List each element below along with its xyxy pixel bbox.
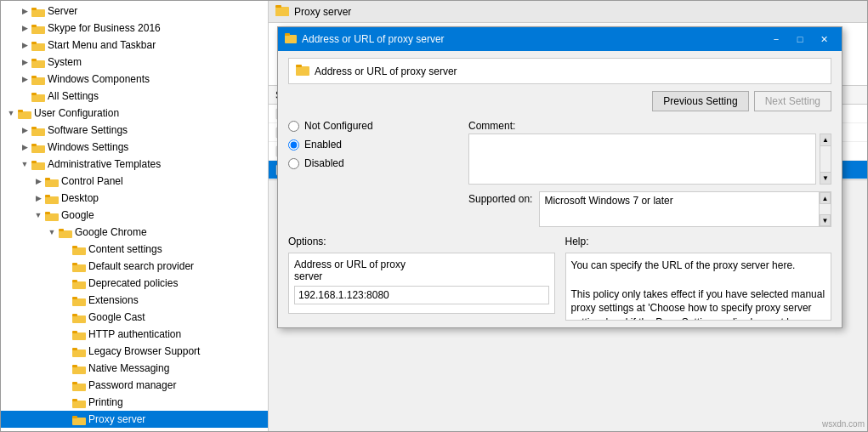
svg-rect-23: [45, 195, 50, 197]
tree-item-label: Windows Settings: [48, 141, 128, 153]
svg-rect-74: [285, 33, 290, 36]
folder-icon: [31, 73, 45, 85]
supported-scroll-track: [820, 204, 831, 214]
chevron-icon: ▶: [18, 21, 31, 35]
modal-subtitle-icon: [296, 64, 309, 78]
radio-disabled-input[interactable]: [288, 158, 299, 169]
comment-scroll-down[interactable]: ▼: [820, 172, 831, 184]
tree-item-allsettings[interactable]: All Settings: [1, 88, 268, 105]
svg-rect-75: [296, 66, 309, 76]
radio-not-configured[interactable]: Not Configured: [288, 120, 458, 132]
close-button[interactable]: ✕: [813, 30, 835, 48]
next-setting-button[interactable]: Next Setting: [754, 91, 831, 111]
tree-item-label: Legacy Browser Support: [88, 345, 200, 357]
tree-item-label: Start Menu and Taskbar: [48, 39, 156, 51]
comment-scroll-up[interactable]: ▲: [820, 134, 831, 146]
tree-item-desktop[interactable]: ▶ Desktop: [1, 190, 268, 207]
svg-rect-5: [31, 42, 37, 44]
chevron-icon: [59, 327, 72, 341]
folder-icon: [31, 5, 45, 17]
tree-item-startmenu[interactable]: ▶ Start Menu and Taskbar: [1, 37, 268, 54]
tree-item-proxyserver[interactable]: Proxy server: [1, 411, 268, 428]
tree-item-admtemplates[interactable]: ▼ Administrative Templates: [1, 156, 268, 173]
radio-enabled[interactable]: Enabled: [288, 139, 458, 151]
options-row: Address or URL of proxy server: [294, 259, 549, 282]
chevron-icon: [59, 344, 72, 358]
folder-icon: [59, 226, 72, 238]
folder-icon: [72, 243, 86, 255]
tree-item-skype[interactable]: ▶ Skype for Business 2016: [1, 20, 268, 37]
tree-item-system[interactable]: ▶ System: [1, 54, 268, 71]
folder-icon: [72, 328, 86, 340]
svg-rect-1: [31, 8, 37, 10]
tree-item-contentsettings[interactable]: Content settings: [1, 241, 268, 258]
svg-rect-26: [59, 230, 72, 238]
tree-item-softwaresettings[interactable]: ▶ Software Settings: [1, 122, 268, 139]
tree-item-googlecast[interactable]: Google Cast: [1, 309, 268, 326]
chevron-icon: ▶: [18, 140, 31, 154]
tree-panel: ▶ Server▶ Skype for Business 2016▶ Start…: [1, 1, 269, 431]
svg-rect-13: [18, 110, 23, 112]
svg-rect-46: [72, 401, 86, 408]
minimize-button[interactable]: −: [765, 30, 787, 48]
tree-item-extensions[interactable]: Extensions: [1, 292, 268, 309]
chevron-icon: [59, 361, 72, 375]
radio-not-configured-input[interactable]: [288, 121, 299, 132]
supported-scroll-up[interactable]: ▲: [820, 192, 831, 204]
tree-item-controlpanel[interactable]: ▶ Control Panel: [1, 173, 268, 190]
tree-item-googlechrome[interactable]: ▼ Google Chrome: [1, 224, 268, 241]
tree-item-nativemessaging[interactable]: Native Messaging: [1, 360, 268, 377]
previous-setting-button[interactable]: Previous Setting: [652, 91, 748, 111]
tree-item-remoteaccess[interactable]: Remote access: [1, 428, 268, 431]
chevron-icon: [59, 242, 72, 256]
comment-section: Comment: ▲ ▼: [468, 120, 831, 185]
svg-rect-55: [275, 9, 289, 16]
folder-icon: [72, 430, 86, 431]
svg-rect-44: [72, 384, 86, 391]
modal-subtitle-text: Address or URL of proxy server: [315, 65, 457, 77]
options-title: Options:: [288, 236, 555, 247]
tree-item-label: Extensions: [88, 294, 139, 306]
folder-icon: [72, 413, 86, 425]
tree-item-label: Administrative Templates: [48, 158, 161, 170]
radio-disabled[interactable]: Disabled: [288, 157, 458, 169]
tree-item-label: Control Panel: [61, 175, 123, 187]
comment-textarea[interactable]: [468, 134, 816, 185]
tree-item-wincomponents[interactable]: ▶ Windows Components: [1, 71, 268, 88]
tree-item-windowssettings[interactable]: ▶ Windows Settings: [1, 139, 268, 156]
tree-item-deprecated[interactable]: Deprecated policies: [1, 275, 268, 292]
radio-enabled-input[interactable]: [288, 139, 299, 151]
tree-item-legacybrowser[interactable]: Legacy Browser Support: [1, 343, 268, 360]
svg-rect-20: [45, 179, 59, 187]
help-panel: Help: You can specify the URL of the pro…: [565, 236, 832, 321]
tree-item-label: All Settings: [48, 90, 99, 102]
svg-rect-7: [31, 59, 37, 61]
svg-rect-45: [72, 382, 77, 384]
tree-item-server[interactable]: ▶ Server: [1, 3, 268, 20]
svg-rect-0: [31, 9, 45, 17]
modal-content: Address or URL of proxy server Previous …: [278, 51, 842, 327]
chevron-icon: ▶: [31, 191, 45, 205]
proxy-url-input[interactable]: [294, 286, 549, 304]
chevron-icon: ▶: [18, 55, 31, 69]
modal-dialog[interactable]: Address or URL of proxy server − □ ✕: [277, 26, 842, 328]
tree-item-printing[interactable]: Printing: [1, 394, 268, 411]
tree-item-userconfig[interactable]: ▼ User Configuration: [1, 105, 268, 122]
tree-item-httpaauth[interactable]: HTTP authentication: [1, 326, 268, 343]
tree-item-google[interactable]: ▼ Google: [1, 207, 268, 224]
folder-icon: [31, 22, 45, 34]
tree-item-passwordmgr[interactable]: Password manager: [1, 377, 268, 394]
radio-not-configured-label: Not Configured: [304, 120, 373, 132]
tree-item-defaultsearch[interactable]: Default search provider: [1, 258, 268, 275]
maximize-button[interactable]: □: [789, 30, 811, 48]
supported-scroll-down[interactable]: ▼: [820, 214, 831, 226]
tree-scroll[interactable]: ▶ Server▶ Skype for Business 2016▶ Start…: [1, 1, 268, 431]
svg-rect-16: [31, 145, 45, 153]
comment-label: Comment:: [468, 120, 831, 132]
svg-rect-29: [72, 246, 77, 248]
main-window: ▶ Server▶ Skype for Business 2016▶ Start…: [0, 0, 868, 432]
svg-rect-37: [72, 314, 77, 316]
chevron-icon: [59, 310, 72, 324]
help-title: Help:: [565, 236, 832, 247]
tree-item-label: Server: [48, 5, 77, 17]
